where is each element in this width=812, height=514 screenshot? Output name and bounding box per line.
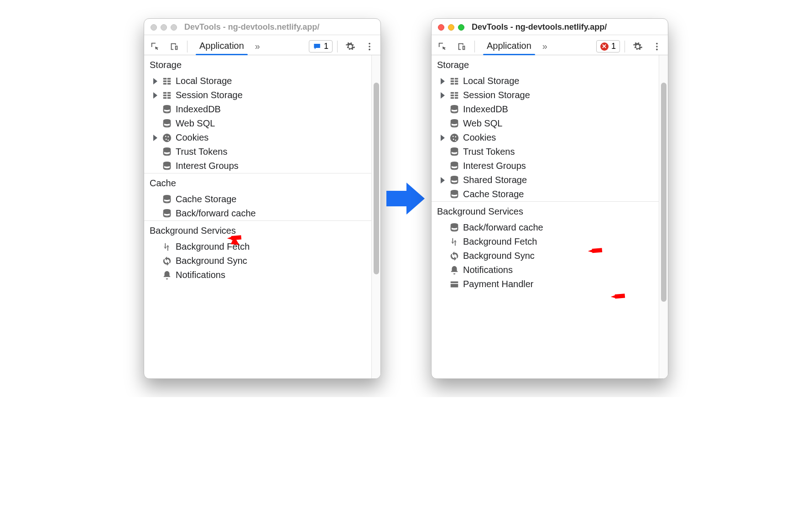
sidebar-item[interactable]: Trust Tokens <box>432 145 659 159</box>
svg-point-1 <box>369 46 370 47</box>
application-sidebar[interactable]: StorageLocal StorageSession StorageIndex… <box>144 55 371 378</box>
disclosure-triangle-icon[interactable] <box>153 135 157 141</box>
sidebar-item-label: Web SQL <box>176 118 215 129</box>
disclosure-triangle-icon[interactable] <box>153 92 157 99</box>
minimize-dot[interactable] <box>448 24 454 31</box>
sidebar-item[interactable]: IndexedDB <box>144 102 371 116</box>
sidebar-item-label: Notifications <box>463 265 513 275</box>
sidebar-item[interactable]: Notifications <box>432 263 659 277</box>
sidebar-item[interactable]: Web SQL <box>432 116 659 131</box>
sidebar-item[interactable]: Web SQL <box>144 116 371 131</box>
disclosure-triangle-icon[interactable] <box>441 135 445 141</box>
db-icon <box>162 161 172 171</box>
inspect-element-button[interactable] <box>434 39 451 54</box>
sidebar-item-label: Cache Storage <box>463 189 524 199</box>
settings-button[interactable] <box>342 39 359 54</box>
traffic-lights[interactable] <box>438 24 464 31</box>
sidebar-item[interactable]: Background Sync <box>144 254 371 268</box>
svg-point-2 <box>369 48 370 50</box>
minimize-dot[interactable] <box>161 24 167 31</box>
device-toolbar-button[interactable] <box>453 39 470 54</box>
section-title: Background Services <box>144 220 371 240</box>
devtools-toolbar: Application » ✕ 1 <box>432 35 668 55</box>
sidebar-item[interactable]: Session Storage <box>432 88 659 102</box>
scrollbar-thumb[interactable] <box>374 83 379 274</box>
devtools-window-after: DevTools - ng-devtools.netlify.app/ Appl… <box>431 18 668 379</box>
table-icon <box>162 76 172 86</box>
disclosure-triangle-icon[interactable] <box>153 78 157 84</box>
sidebar-item-label: IndexedDB <box>463 104 508 115</box>
sidebar-item-label: Background Sync <box>176 256 247 266</box>
device-toolbar-button[interactable] <box>166 39 182 54</box>
sidebar-item[interactable]: Back/forward cache <box>432 220 659 235</box>
kebab-menu-button[interactable] <box>361 39 378 54</box>
section-title: Cache <box>144 173 371 192</box>
sidebar-item[interactable]: IndexedDB <box>432 102 659 116</box>
sidebar-item-label: Back/forward cache <box>463 222 543 233</box>
sidebar-item[interactable]: Interest Groups <box>144 159 371 173</box>
bell-icon <box>162 270 172 280</box>
error-icon: ✕ <box>600 42 609 51</box>
sidebar-item[interactable]: Local Storage <box>432 74 659 88</box>
sidebar-item[interactable]: Interest Groups <box>432 159 659 173</box>
disclosure-triangle-icon[interactable] <box>441 78 445 84</box>
db-icon <box>449 119 459 129</box>
sidebar-item-label: Background Fetch <box>176 241 250 252</box>
sidebar-item-label: Cookies <box>463 132 496 143</box>
sidebar-item[interactable]: Trust Tokens <box>144 145 371 159</box>
svg-point-15 <box>656 42 658 44</box>
db-icon <box>162 147 172 157</box>
disclosure-triangle-icon[interactable] <box>441 177 445 184</box>
kebab-menu-button[interactable] <box>649 39 665 54</box>
sidebar-item-label: Background Fetch <box>463 236 537 247</box>
zoom-dot[interactable] <box>171 24 177 31</box>
zoom-dot[interactable] <box>458 24 464 31</box>
svg-point-0 <box>369 42 370 44</box>
sidebar-item[interactable]: Payment Handler <box>432 277 659 291</box>
settings-button[interactable] <box>630 39 646 54</box>
sidebar-item[interactable]: Background Fetch <box>144 240 371 254</box>
close-dot[interactable] <box>151 24 157 31</box>
scrollbar[interactable] <box>659 55 668 378</box>
bell-icon <box>449 265 459 275</box>
window-titlebar: DevTools - ng-devtools.netlify.app/ <box>144 19 380 35</box>
scrollbar[interactable] <box>371 55 380 378</box>
sidebar-item[interactable]: Background Sync <box>432 249 659 263</box>
section-title: Storage <box>432 58 659 74</box>
more-tabs-button[interactable]: » <box>541 41 549 52</box>
traffic-lights[interactable] <box>151 24 177 31</box>
sidebar-item[interactable]: Back/forward cache <box>144 206 371 220</box>
sidebar-item[interactable]: Local Storage <box>144 74 371 88</box>
console-messages-badge[interactable]: 1 <box>309 40 333 52</box>
application-sidebar[interactable]: StorageLocal StorageSession StorageIndex… <box>432 55 659 378</box>
more-tabs-button[interactable]: » <box>253 41 262 52</box>
sidebar-item[interactable]: Cache Storage <box>144 192 371 206</box>
sidebar-item[interactable]: Session Storage <box>144 88 371 102</box>
inspect-element-button[interactable] <box>147 39 163 54</box>
close-dot[interactable] <box>438 24 444 31</box>
sidebar-item-label: Back/forward cache <box>176 208 256 219</box>
separator <box>337 41 338 52</box>
disclosure-triangle-icon[interactable] <box>441 92 445 99</box>
tab-application[interactable]: Application <box>195 38 249 55</box>
section-title: Storage <box>144 58 371 74</box>
sidebar-item[interactable]: Shared Storage <box>432 173 659 187</box>
scrollbar-thumb[interactable] <box>661 83 666 302</box>
db-icon <box>162 209 172 219</box>
sidebar-item[interactable]: Notifications <box>144 268 371 282</box>
svg-point-16 <box>656 46 658 47</box>
sidebar-item-label: Trust Tokens <box>463 147 515 157</box>
sidebar-item[interactable]: Background Fetch <box>432 235 659 249</box>
db-icon <box>449 223 459 233</box>
sidebar-item[interactable]: Cookies <box>432 131 659 145</box>
db-icon <box>449 147 459 157</box>
sidebar-item-label: Web SQL <box>463 118 502 129</box>
sidebar-item-label: Notifications <box>176 270 225 280</box>
sidebar-item-label: Local Storage <box>176 76 232 86</box>
tab-application[interactable]: Application <box>482 38 536 55</box>
sidebar-item[interactable]: Cache Storage <box>432 187 659 201</box>
console-errors-badge[interactable]: ✕ 1 <box>596 40 620 52</box>
sidebar-item-label: IndexedDB <box>176 104 221 115</box>
sidebar-item[interactable]: Cookies <box>144 131 371 145</box>
devtools-toolbar: Application » 1 <box>144 35 380 55</box>
